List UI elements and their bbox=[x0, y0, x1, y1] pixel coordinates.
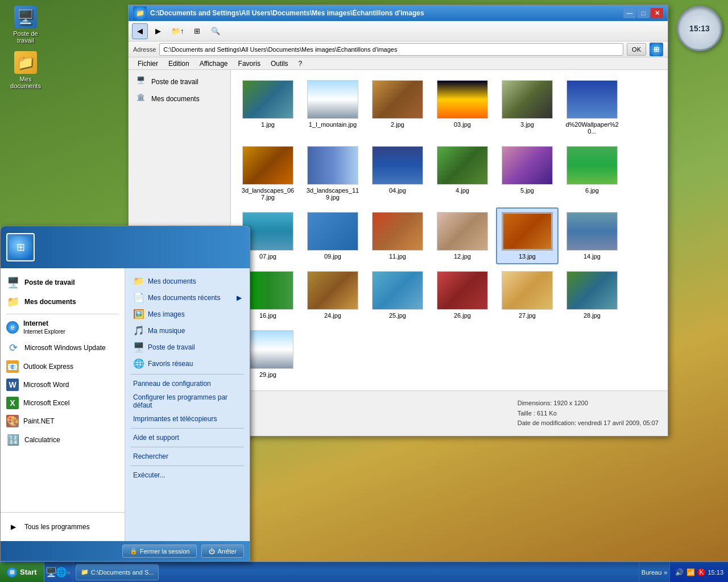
arreter-button[interactable]: ⏻ Arrêter bbox=[201, 544, 244, 558]
views-button[interactable]: ⊞ bbox=[189, 23, 205, 39]
menu-affichage[interactable]: Affichage bbox=[195, 59, 233, 69]
search-button[interactable]: 🔍 bbox=[208, 23, 224, 39]
file-item[interactable]: 6.jpg bbox=[561, 142, 623, 205]
file-item[interactable]: 26.jpg bbox=[431, 267, 494, 323]
file-item[interactable]: 24.jpg bbox=[301, 267, 364, 323]
forward-button[interactable]: ▶ bbox=[150, 23, 166, 39]
file-item[interactable]: 3.jpg bbox=[496, 76, 559, 139]
minimize-button[interactable]: — bbox=[623, 8, 636, 18]
quick-launch-more[interactable]: » bbox=[67, 569, 71, 576]
sidebar-item-mes-documents[interactable]: 🏛️ Mes documents bbox=[133, 92, 226, 106]
file-item[interactable]: 27.jpg bbox=[496, 267, 559, 323]
right-menu-label: Mes documents bbox=[148, 277, 196, 285]
right-menu-mes-documents[interactable]: 📁 Mes documents bbox=[125, 273, 250, 289]
menu-item-label: Microsoft Excel bbox=[23, 399, 69, 407]
menu-item-mes-documents[interactable]: 📁 Mes documents bbox=[1, 292, 125, 311]
file-item[interactable]: 3d_landscapes_067.jpg bbox=[237, 142, 299, 205]
desktop-icon-label: Poste de travail bbox=[6, 30, 46, 44]
file-item[interactable]: 04.jpg bbox=[366, 142, 429, 205]
desktop: 15:13 🖥️ Poste de travail 📁 Mes document… bbox=[0, 0, 728, 582]
file-item[interactable]: 3d_landscapes_119.jpg bbox=[301, 142, 364, 205]
file-name: 25.jpg bbox=[389, 312, 406, 319]
menu-item-paintnet[interactable]: 🎨 Paint.NET bbox=[1, 412, 125, 430]
status-dimensions: Dimensions: 1920 x 1200 bbox=[518, 398, 659, 409]
volume-icon[interactable]: 🔊 bbox=[675, 568, 684, 577]
back-button[interactable]: ◀ bbox=[132, 23, 148, 39]
menu-help[interactable]: ? bbox=[294, 59, 307, 69]
av-icon[interactable]: K bbox=[697, 568, 705, 576]
right-menu-rechercher[interactable]: Rechercher bbox=[125, 450, 250, 463]
file-item[interactable]: 28.jpg bbox=[561, 267, 623, 323]
menu-item-all-programs[interactable]: ▶ Tous les programmes bbox=[1, 517, 125, 537]
menu-edition[interactable]: Edition bbox=[164, 59, 194, 69]
right-menu-executer[interactable]: Exécuter... bbox=[125, 468, 250, 482]
power-icon: ⏻ bbox=[209, 548, 215, 555]
file-item[interactable]: d%20Wallpaper%20... bbox=[561, 76, 623, 139]
sidebar-item-poste-de-travail[interactable]: 🖥️ Poste de travail bbox=[133, 74, 226, 89]
network-icon[interactable]: 📶 bbox=[686, 568, 695, 577]
close-button[interactable]: ✕ bbox=[651, 8, 663, 18]
menu-item-excel[interactable]: X Microsoft Excel bbox=[1, 394, 125, 412]
desktop-icon-mes-documents[interactable]: 📁 Mes documents bbox=[6, 51, 46, 89]
right-menu-favoris-reseau[interactable]: 🌐 Favoris réseau bbox=[125, 355, 250, 372]
file-item[interactable]: 25.jpg bbox=[366, 267, 429, 323]
right-menu-aide[interactable]: Aide et support bbox=[125, 431, 250, 444]
menu-item-internet-explorer[interactable]: e InternetInternet Explorer bbox=[1, 317, 125, 338]
file-item[interactable]: 4.jpg bbox=[431, 142, 494, 205]
fermer-session-button[interactable]: 🔒 Fermer la session bbox=[122, 544, 197, 558]
file-name: 3.jpg bbox=[520, 121, 534, 128]
right-menu-programs-default[interactable]: Configurer les programmes par défaut bbox=[125, 390, 250, 412]
file-item[interactable]: 14.jpg bbox=[561, 207, 623, 264]
right-menu-label: Mes documents récents bbox=[148, 294, 220, 302]
right-menu-separator-2 bbox=[131, 428, 244, 429]
file-item[interactable]: 1.jpg bbox=[237, 76, 299, 139]
right-menu-label: Configurer les programmes par défaut bbox=[133, 393, 242, 409]
menu-item-calculatrice[interactable]: 🔢 Calculatrice bbox=[1, 430, 125, 450]
tray-arrow[interactable]: » bbox=[664, 569, 667, 576]
quick-launch-icon-1[interactable]: 🖥️ bbox=[47, 568, 56, 577]
right-menu-poste-de-travail[interactable]: 🖥️ Poste de travail bbox=[125, 339, 250, 355]
menu-separator bbox=[6, 314, 119, 314]
right-menu-label: Mes images bbox=[148, 310, 185, 318]
menu-item-poste-de-travail[interactable]: 🖥️ Poste de travail bbox=[1, 273, 125, 292]
mes-documents-icon: 🏛️ bbox=[136, 93, 148, 105]
right-menu-label: Ma musique bbox=[148, 327, 185, 335]
file-name: 03.jpg bbox=[454, 121, 471, 128]
right-menu-printers[interactable]: Imprimantes et télécopieurs bbox=[125, 412, 250, 426]
desktop-icon-poste-de-travail[interactable]: 🖥️ Poste de travail bbox=[6, 6, 46, 44]
file-item[interactable]: 5.jpg bbox=[496, 142, 559, 205]
right-menu-panneau[interactable]: Panneau de configuration bbox=[125, 377, 250, 390]
file-item[interactable]: 03.jpg bbox=[431, 76, 494, 139]
right-menu-recent-docs[interactable]: 📄 Mes documents récents ▶ bbox=[125, 289, 250, 306]
menu-item-outlook-express[interactable]: 📧 Outlook Express bbox=[1, 357, 125, 376]
menu-fichier[interactable]: Fichier bbox=[133, 59, 163, 69]
maximize-button[interactable]: □ bbox=[637, 8, 650, 18]
menu-favoris[interactable]: Favoris bbox=[234, 59, 265, 69]
file-name: 09.jpg bbox=[324, 253, 341, 260]
menu-item-windows-update[interactable]: ⟳ Microsoft Windows Update bbox=[1, 338, 125, 357]
start-button[interactable]: ⊞ Start bbox=[0, 562, 44, 583]
paintnet-icon: 🎨 bbox=[6, 415, 19, 427]
taskbar-item-explorer[interactable]: 📁 C:\Documents and S... bbox=[76, 564, 159, 580]
quick-launch-icon-2[interactable]: 🌐 bbox=[57, 568, 66, 577]
address-go-button[interactable]: OK bbox=[627, 43, 646, 56]
folder-up-button[interactable]: 📁↑ bbox=[168, 23, 187, 39]
right-menu-label: Aide et support bbox=[133, 434, 179, 442]
poste-de-travail-icon: 🖥️ bbox=[136, 76, 148, 88]
menu-outils[interactable]: Outils bbox=[266, 59, 293, 69]
file-item[interactable]: 12.jpg bbox=[431, 207, 494, 264]
file-name: 2.jpg bbox=[391, 121, 404, 128]
start-menu-left-panel: 🖥️ Poste de travail 📁 Mes documents e In… bbox=[1, 268, 125, 541]
file-item[interactable]: 2.jpg bbox=[366, 76, 429, 139]
file-item[interactable]: 11.jpg bbox=[366, 207, 429, 264]
outlook-icon: 📧 bbox=[6, 360, 19, 373]
right-menu-ma-musique[interactable]: 🎵 Ma musique bbox=[125, 322, 250, 339]
address-input[interactable] bbox=[159, 43, 623, 56]
file-item[interactable]: 1_I_mountain.jpg bbox=[301, 76, 364, 139]
menu-item-word[interactable]: W Microsoft Word bbox=[1, 376, 125, 394]
file-view[interactable]: 1.jpg1_I_mountain.jpg2.jpg03.jpg3.jpgd%2… bbox=[231, 70, 668, 390]
right-menu-mes-images[interactable]: 🖼️ Mes images bbox=[125, 306, 250, 322]
arreter-label: Arrêter bbox=[217, 548, 237, 555]
file-item[interactable]: 09.jpg bbox=[301, 207, 364, 264]
file-item[interactable]: 13.jpg bbox=[496, 207, 559, 264]
